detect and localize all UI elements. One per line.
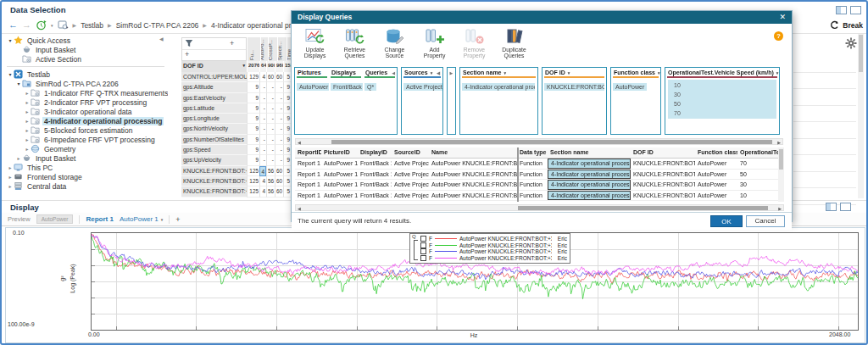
dof-value-cell[interactable]: - bbox=[259, 155, 266, 165]
tree-item[interactable]: ▾SimRod C-TPA PCA 2206 bbox=[5, 79, 168, 88]
tree-item[interactable]: ▸Geometry bbox=[5, 144, 168, 153]
dropdown-icon[interactable]: ▾ bbox=[161, 217, 164, 222]
breadcrumb-item-project[interactable]: SimRod C-TPA PCA 2206 bbox=[116, 21, 199, 30]
dof-value-cell[interactable]: - bbox=[266, 145, 275, 155]
results-cell[interactable]: Function bbox=[517, 159, 548, 169]
results-column-header[interactable]: OperationalTest.W bbox=[737, 147, 780, 158]
results-column-header[interactable]: Section name bbox=[548, 147, 631, 158]
table-row[interactable]: gps:Altitude9---9 bbox=[181, 82, 291, 92]
expander-open-icon[interactable]: ▾ bbox=[15, 81, 22, 86]
dropdown-icon[interactable]: ▾ bbox=[658, 70, 660, 75]
table-row[interactable]: gps:Speed9---9 bbox=[181, 145, 291, 155]
results-cell[interactable]: Report 1 bbox=[295, 180, 321, 190]
results-column-header[interactable]: DisplayID bbox=[358, 147, 392, 158]
dof-value-cell[interactable]: 9 bbox=[247, 82, 259, 92]
results-hscrollbar[interactable]: ◀ ▶ bbox=[295, 204, 784, 211]
results-cell[interactable]: Report 1 bbox=[295, 170, 321, 180]
results-cell[interactable]: AutoPower KNUCKLE:FRONT:BOT:+X bbox=[429, 170, 517, 180]
results-cell[interactable]: 50 bbox=[737, 170, 780, 180]
results-cell[interactable]: KNUCKLE:FRONT:BOT:+X bbox=[631, 191, 695, 201]
split-view-icon[interactable] bbox=[826, 203, 837, 211]
list-item[interactable] bbox=[793, 89, 856, 106]
results-column-header[interactable]: Name bbox=[429, 147, 517, 158]
panel-header[interactable]: DOF ID▾ bbox=[542, 68, 606, 76]
expander-closed-icon[interactable]: ▸ bbox=[24, 136, 31, 142]
dof-value-cell[interactable]: 4 bbox=[259, 186, 266, 197]
dof-value-cell[interactable]: 5 bbox=[283, 166, 291, 176]
results-cell[interactable]: AutoPower bbox=[695, 170, 737, 180]
results-cell[interactable]: AutoPower 1 bbox=[321, 180, 358, 190]
dof-id-cell[interactable]: KNUCKLE:FRONT:BOT:+X bbox=[181, 166, 247, 176]
results-column-header[interactable]: ReportID bbox=[295, 147, 321, 158]
expander-open-icon[interactable]: ▾ bbox=[7, 71, 14, 77]
table-row[interactable]: gps:NorthVelocity9---9 bbox=[181, 124, 291, 134]
dof-value-cell[interactable]: 60 bbox=[275, 186, 283, 197]
panel-value[interactable]: 30 bbox=[668, 90, 776, 99]
dof-value-cell[interactable]: 56 bbox=[266, 186, 275, 197]
legend-checkbox-icon[interactable] bbox=[420, 242, 426, 248]
results-cell[interactable]: Front/Back 1 bbox=[358, 159, 392, 169]
table-row[interactable]: Report 1AutoPower 1Front/Back 1Active Pr… bbox=[295, 191, 780, 202]
results-cell[interactable]: AutoPower KNUCKLE:FRONT:BOT:+X bbox=[429, 180, 517, 190]
results-cell[interactable]: 4-Indicator operational processing bbox=[548, 170, 631, 180]
dof-value-cell[interactable]: 9 bbox=[283, 93, 291, 103]
dof-value-cell[interactable]: - bbox=[266, 103, 275, 114]
dof-value-cell[interactable]: - bbox=[266, 155, 275, 165]
results-cell[interactable]: AutoPower 1 bbox=[321, 159, 358, 169]
results-column-header[interactable]: SourceID bbox=[392, 147, 429, 158]
maximize-view-icon[interactable] bbox=[840, 203, 851, 211]
panel-value[interactable]: 50 bbox=[668, 99, 776, 109]
results-cell[interactable]: 4-Indicator operational processing bbox=[548, 159, 631, 169]
update-displays-button[interactable]: UpdateDisplays bbox=[295, 26, 335, 65]
results-column-header[interactable]: PictureID bbox=[321, 147, 358, 158]
panel-value[interactable]: AutoPower 1 bbox=[297, 83, 329, 91]
change-source-button[interactable]: ChangeSource bbox=[375, 26, 415, 65]
dof-id-cell[interactable]: KNUCKLE:FRONT:BOT:+Y bbox=[181, 176, 247, 186]
tree-item[interactable]: Input Basket bbox=[5, 45, 168, 54]
panel-value[interactable]: Front/Back 1 bbox=[331, 83, 363, 91]
tab--[interactable]: + bbox=[175, 215, 180, 224]
dropdown-icon[interactable]: ▾ bbox=[568, 70, 570, 75]
tree-item[interactable]: ▸1-Indicator FRF Q-TRX measurements bbox=[5, 88, 168, 97]
table-row[interactable]: KNUCKLE:FRONT:BOT:+X125456605 bbox=[181, 166, 291, 176]
panel-header[interactable]: Sources▾◀ bbox=[402, 68, 442, 76]
results-cell[interactable]: KNUCKLE:FRONT:BOT:+X bbox=[631, 170, 695, 180]
dof-value-cell[interactable]: 56 bbox=[266, 176, 275, 186]
dof-value-cell[interactable]: - bbox=[275, 124, 283, 134]
dof-id-cell[interactable]: gps:Speed bbox=[181, 145, 247, 155]
table-row[interactable]: KNUCKLE:FRONT:BOT:+Z125456605 bbox=[181, 186, 291, 197]
refresh-icon[interactable] bbox=[830, 20, 839, 30]
tree-item[interactable]: ▸Frontend storage bbox=[5, 172, 168, 181]
filter-funnel-icon[interactable] bbox=[185, 39, 193, 47]
dof-value-cell[interactable]: - bbox=[266, 114, 275, 124]
expander-closed-icon[interactable]: ▸ bbox=[7, 164, 14, 170]
panel-value[interactable]: 70 bbox=[668, 109, 776, 118]
panel-header[interactable]: Displays bbox=[329, 68, 363, 76]
dof-value-cell[interactable]: 60 bbox=[275, 72, 283, 82]
expander-closed-icon[interactable]: ▸ bbox=[24, 99, 31, 105]
list-item[interactable] bbox=[793, 106, 856, 123]
tab-report-1[interactable]: Report 1 bbox=[86, 215, 113, 223]
tree-item[interactable]: ▸3-Indicator operational data bbox=[5, 107, 168, 116]
dof-value-cell[interactable]: 9 bbox=[247, 93, 259, 103]
results-cell[interactable]: AutoPower bbox=[695, 191, 737, 201]
dof-value-cell[interactable]: - bbox=[266, 82, 275, 92]
dof-value-cell[interactable]: - bbox=[275, 93, 283, 103]
dof-id-cell[interactable]: gps:Latitude bbox=[181, 103, 247, 114]
results-cell[interactable]: Active Project bbox=[392, 170, 429, 180]
table-row[interactable]: Report 1AutoPower 1Front/Back 1Active Pr… bbox=[295, 159, 780, 170]
add-column-button[interactable]: + bbox=[230, 40, 234, 47]
results-cell[interactable]: Front/Back 1 bbox=[358, 170, 392, 180]
panel-value[interactable]: 10 bbox=[668, 81, 776, 90]
results-cell[interactable]: 4-Indicator operational processing bbox=[548, 180, 631, 190]
legend-checkbox-icon[interactable] bbox=[420, 248, 426, 254]
add-row-button[interactable]: + bbox=[185, 51, 189, 58]
dof-value-cell[interactable]: 4 bbox=[259, 72, 266, 82]
break-button[interactable]: Break bbox=[843, 21, 863, 30]
dof-id-cell[interactable]: gps:NorthVelocity bbox=[181, 124, 247, 134]
tab-preview[interactable]: Preview bbox=[8, 215, 31, 223]
expand-panel-icon[interactable]: ▶ bbox=[448, 68, 455, 75]
expander-closed-icon[interactable]: ▸ bbox=[7, 174, 14, 180]
dof-id-cell[interactable]: gps:UpVelocity bbox=[181, 155, 247, 165]
forward-arrow-icon[interactable]: → bbox=[22, 20, 31, 30]
